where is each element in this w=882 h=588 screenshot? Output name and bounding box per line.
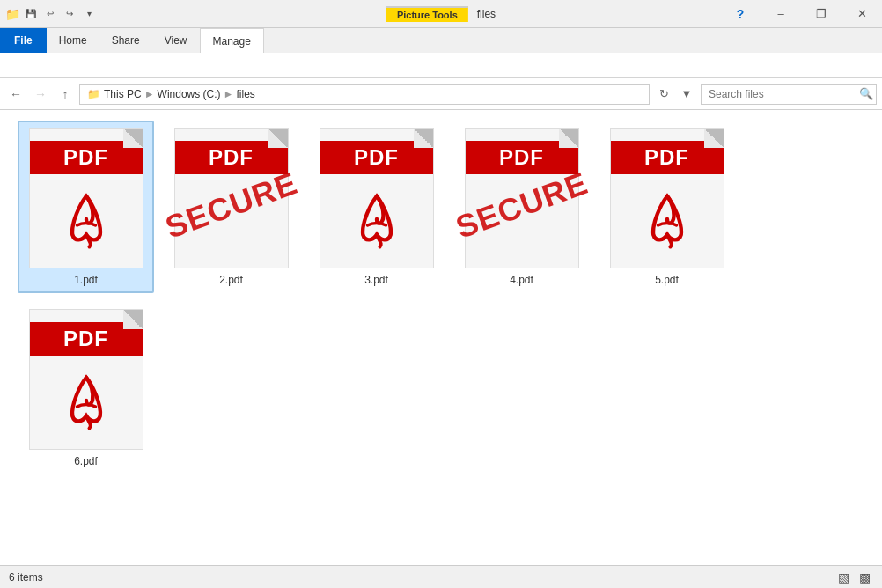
file-label-2: 2.pdf <box>219 274 243 286</box>
up-button[interactable]: ↑ <box>55 84 76 105</box>
path-thispc-label[interactable]: This PC <box>104 88 142 100</box>
search-input[interactable] <box>701 84 877 105</box>
redo-quick-btn[interactable]: ↪ <box>62 6 77 22</box>
address-bar: ← → ↑ 📁 This PC ► Windows (C:) ► files ↻… <box>0 78 882 110</box>
refresh-button[interactable]: ↻ <box>653 84 674 105</box>
tab-share[interactable]: Share <box>99 28 152 53</box>
pdf-banner-6: PDF <box>30 322 143 356</box>
secure-watermark-2: SECURE <box>160 165 302 246</box>
pdf-icon-2: PDFSECURE <box>174 128 289 268</box>
pdf-icon-6: PDF <box>29 309 143 450</box>
pdf-icon-3: PDF <box>320 128 434 268</box>
path-folder[interactable]: files <box>236 88 254 100</box>
close-button[interactable]: ✕ <box>842 0 882 28</box>
pdf-banner-3: PDF <box>320 141 433 174</box>
forward-button[interactable]: → <box>30 84 51 105</box>
app-icon: 📁 <box>5 7 19 21</box>
window-title: files <box>477 8 496 20</box>
pdf-banner-2: PDF <box>175 141 288 174</box>
address-actions: ↻ ▼ <box>653 84 697 105</box>
back-button[interactable]: ← <box>5 84 26 105</box>
pdf-icon-5: PDF <box>610 128 724 268</box>
sep1: ► <box>144 88 155 100</box>
search-wrapper: 🔍 <box>701 84 877 105</box>
main-content: PDF 1.pdfPDFSECURE2.pdfPDF <box>0 110 882 559</box>
ribbon-content <box>0 53 882 77</box>
acrobat-logo-6 <box>30 370 143 431</box>
file-item-4[interactable]: PDFSECURE4.pdf <box>453 121 590 293</box>
ribbon-tabs: File Home Share View Manage <box>0 28 882 53</box>
pdf-banner-5: PDF <box>611 141 724 174</box>
pdf-icon-4: PDFSECURE <box>465 128 579 268</box>
tab-manage[interactable]: Manage <box>200 28 264 53</box>
restore-button[interactable]: ❐ <box>801 0 842 28</box>
file-item-3[interactable]: PDF 3.pdf <box>308 121 445 293</box>
minimize-button[interactable]: – <box>761 0 801 28</box>
file-label-5: 5.pdf <box>655 274 679 286</box>
file-label-6: 6.pdf <box>74 455 98 467</box>
sep2: ► <box>224 88 234 100</box>
picture-tools-label: Picture Tools <box>386 6 468 22</box>
tab-home[interactable]: Home <box>47 28 99 53</box>
list-view-button[interactable]: ▩ <box>856 569 873 586</box>
pdf-banner-4: PDF <box>466 141 578 174</box>
file-item-2[interactable]: PDFSECURE2.pdf <box>163 121 299 293</box>
save-quick-btn[interactable]: 💾 <box>23 6 39 22</box>
tab-file[interactable]: File <box>0 28 47 53</box>
file-label-1: 1.pdf <box>74 274 98 286</box>
title-bar-left: 📁 💾 ↩ ↪ ▾ <box>0 6 97 22</box>
address-path[interactable]: 📁 This PC ► Windows (C:) ► files <box>79 84 650 105</box>
title-bar: 📁 💾 ↩ ↪ ▾ Picture Tools files ? – ❐ ✕ <box>0 0 882 28</box>
undo-quick-btn[interactable]: ↩ <box>42 6 58 22</box>
title-bar-center: Picture Tools files <box>386 6 496 22</box>
pdf-icon-1: PDF <box>29 128 143 268</box>
tab-view[interactable]: View <box>152 28 200 53</box>
file-label-3: 3.pdf <box>364 274 388 286</box>
search-icon-button[interactable]: 🔍 <box>859 87 873 100</box>
dropdown-quick-btn[interactable]: ▾ <box>81 6 97 22</box>
file-item-5[interactable]: PDF 5.pdf <box>599 121 735 293</box>
ribbon: File Home Share View Manage <box>0 28 882 78</box>
acrobat-logo-1 <box>30 188 143 250</box>
path-drive[interactable]: Windows (C:) <box>158 88 221 100</box>
pdf-banner-1: PDF <box>30 141 143 174</box>
item-count: 6 items <box>9 571 43 584</box>
secure-watermark-4: SECURE <box>451 165 592 246</box>
file-item-6[interactable]: PDF 6.pdf <box>18 302 154 474</box>
address-dropdown-btn[interactable]: ▼ <box>676 84 697 105</box>
view-controls: ▧ ▩ <box>834 569 873 586</box>
status-bar: 6 items ▧ ▩ <box>0 565 882 588</box>
file-label-4: 4.pdf <box>510 274 533 286</box>
acrobat-logo-5 <box>611 188 724 250</box>
help-button[interactable]: ? <box>720 0 761 28</box>
acrobat-logo-3 <box>320 188 433 250</box>
path-thispc: 📁 <box>87 88 100 100</box>
grid-view-button[interactable]: ▧ <box>834 569 852 586</box>
title-bar-right: ? – ❐ ✕ <box>720 0 882 28</box>
file-grid: PDF 1.pdfPDFSECURE2.pdfPDF <box>18 121 864 474</box>
file-item-1[interactable]: PDF 1.pdf <box>18 121 154 293</box>
